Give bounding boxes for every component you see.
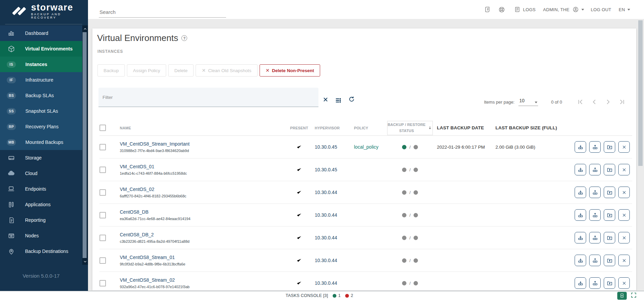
sidebar-item-instances[interactable]: ISInstances <box>0 57 82 72</box>
mount-button[interactable] <box>604 232 615 243</box>
policy-link[interactable]: local_policy <box>354 144 378 150</box>
sidebar-item-dashboard[interactable]: Dashboard <box>0 25 82 41</box>
clean-old-snapshots-button[interactable]: ✕Clean Old Snapshots <box>196 64 257 77</box>
logs-button[interactable]: LOGS <box>514 6 536 13</box>
vm-name-link[interactable]: VM_CentOS_01 <box>120 164 154 169</box>
mount-button[interactable] <box>604 164 615 175</box>
restore-button[interactable] <box>589 255 601 266</box>
console-popup-button[interactable] <box>617 292 627 300</box>
row-checkbox[interactable] <box>99 144 106 150</box>
row-checkbox[interactable] <box>99 212 106 218</box>
backup-button[interactable] <box>575 232 586 243</box>
help-icon[interactable]: ? <box>181 35 187 41</box>
sidebar-item-virtual-environments[interactable]: Virtual Environments <box>0 41 82 57</box>
sidebar-item-snapshot-slas[interactable]: SSSnapshot SLAs <box>0 103 82 119</box>
vm-name-link[interactable]: VM_CentOS_02 <box>120 187 154 192</box>
row-checkbox[interactable] <box>99 257 106 264</box>
vm-name-link[interactable]: VM_CentOS8_Stream_Important <box>120 141 190 147</box>
delete-button[interactable] <box>618 209 630 221</box>
backup-button[interactable] <box>575 277 586 289</box>
row-checkbox[interactable] <box>99 167 106 173</box>
delete-button[interactable] <box>618 277 630 289</box>
delete-button[interactable] <box>618 255 630 266</box>
vm-name-link[interactable]: CentOS8_DB <box>120 209 149 215</box>
brand-logo[interactable]: storware BACKUP AND RECOVERY <box>11 3 88 19</box>
delete-button[interactable] <box>618 187 630 198</box>
col-present[interactable]: PRESENT <box>284 126 315 130</box>
restore-button[interactable] <box>589 187 601 198</box>
restore-button[interactable] <box>589 232 601 243</box>
user-menu[interactable]: ADMIN, THE <box>543 6 584 13</box>
mount-button[interactable] <box>604 187 615 198</box>
delete-button[interactable]: Delete <box>168 64 194 77</box>
page-scrollbar[interactable] <box>638 20 643 166</box>
report-button[interactable] <box>484 6 491 13</box>
sidebar-item-endpoints[interactable]: Endpoints <box>0 181 82 197</box>
sidebar-item-backup-destinations[interactable]: Backup Destinations <box>0 243 82 259</box>
restore-button[interactable] <box>589 164 601 175</box>
tasks-console-bar[interactable]: TASKS CONSOLE [3] 1 2 <box>0 291 644 300</box>
vm-name-link[interactable]: CentOS8_DB_2 <box>120 232 154 237</box>
col-hypervisor[interactable]: HYPERVISOR <box>315 126 354 130</box>
sidebar-scrollbar[interactable] <box>82 25 88 265</box>
previous-page-button[interactable] <box>590 97 599 107</box>
scroll-down-button[interactable] <box>82 258 88 265</box>
col-last-backup-date[interactable]: LAST BACKUP DATE <box>433 125 493 130</box>
fullscreen-button[interactable] <box>630 292 637 300</box>
select-all-checkbox[interactable] <box>99 125 106 131</box>
delete-non-present-button[interactable]: ✕Delete Non-Present <box>260 64 320 77</box>
sidebar-item-cloud[interactable]: Cloud <box>0 166 82 181</box>
refresh-button[interactable] <box>347 95 356 104</box>
last-page-button[interactable] <box>617 97 627 107</box>
mounted-backups-badge: MB <box>7 139 16 146</box>
sidebar-item-storage[interactable]: Storage <box>0 150 82 166</box>
backup-button[interactable] <box>575 255 586 266</box>
sidebar-item-mounted-backups[interactable]: MBMounted Backups <box>0 134 82 150</box>
scroll-up-button[interactable] <box>82 25 88 32</box>
clear-filter-button[interactable] <box>321 95 330 104</box>
row-checkbox[interactable] <box>99 280 106 286</box>
vm-name-link[interactable]: VM_CentOS8_Stream_01 <box>120 255 175 260</box>
delete-button[interactable] <box>618 141 630 153</box>
delete-button[interactable] <box>618 232 630 243</box>
backup-button[interactable] <box>575 141 586 153</box>
items-per-page-select[interactable]: 10 <box>518 98 538 106</box>
mount-button[interactable] <box>604 255 615 266</box>
first-page-button[interactable] <box>576 97 585 107</box>
backup-button[interactable]: Backup <box>97 64 125 77</box>
delete-button[interactable] <box>618 164 630 175</box>
col-name[interactable]: NAME <box>120 126 284 130</box>
sidebar-item-applications[interactable]: Applications <box>0 197 82 212</box>
row-checkbox[interactable] <box>99 235 106 241</box>
backup-button[interactable] <box>575 209 586 221</box>
sidebar-item-infrastructure[interactable]: IFInfrastructure <box>0 72 82 88</box>
mount-button[interactable] <box>604 277 615 289</box>
vm-name-link[interactable]: VM_CentOS8_Stream_02 <box>120 277 175 283</box>
mount-button[interactable] <box>604 209 615 221</box>
mount-button[interactable] <box>604 141 615 153</box>
col-policy[interactable]: POLICY <box>354 126 387 130</box>
sidebar-item-nodes[interactable]: Nodes <box>0 228 82 243</box>
filter-input[interactable] <box>98 88 318 107</box>
restore-button[interactable] <box>589 277 601 289</box>
language-menu[interactable]: EN <box>619 7 630 12</box>
restore-button[interactable] <box>589 141 601 153</box>
sidebar-item-backup-slas[interactable]: BSBackup SLAs <box>0 88 82 103</box>
logout-button[interactable]: LOG OUT <box>591 7 612 12</box>
sidebar-item-recovery-plans[interactable]: RPRecovery Plans <box>0 119 82 134</box>
col-last-backup-size[interactable]: LAST BACKUP SIZE (FULL) <box>493 125 562 130</box>
column-settings-button[interactable] <box>334 96 342 105</box>
sidebar-scroll-thumb[interactable] <box>83 32 87 258</box>
next-page-button[interactable] <box>603 97 613 107</box>
present-cell <box>284 136 315 158</box>
search-input[interactable] <box>99 8 226 18</box>
col-backup-restore-status[interactable]: BACKUP / RESTORESTATUS <box>387 121 432 135</box>
assign-policy-button[interactable]: Assign Policy <box>127 64 166 77</box>
backup-button[interactable] <box>575 164 586 175</box>
restore-button[interactable] <box>589 209 601 221</box>
row-checkbox[interactable] <box>99 189 106 196</box>
help-button[interactable] <box>498 6 505 13</box>
sidebar-item-reporting[interactable]: Reporting <box>0 212 82 228</box>
table-row: VM_CentOS8_Stream_02 932a96e2-47ec-41c6-… <box>99 272 632 291</box>
backup-button[interactable] <box>575 187 586 198</box>
